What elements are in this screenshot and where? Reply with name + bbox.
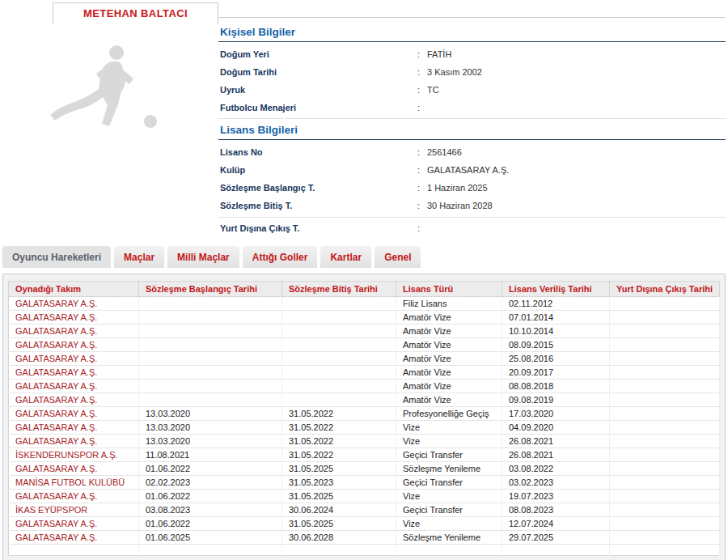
table-cell: 26.08.2021: [502, 448, 610, 462]
table-cell: 31.05.2022: [282, 435, 396, 448]
table-row: GALATASARAY A.Ş.13.03.202031.05.2022Vize…: [9, 435, 720, 448]
table-cell: [139, 352, 282, 366]
personal-info-rows: Doğum Yeri:FATİHDoğum Tarihi:3 Kasım 200…: [218, 42, 726, 119]
team-link[interactable]: GALATASARAY A.Ş.: [9, 393, 139, 407]
table-cell: [139, 297, 282, 311]
table-cell: 26.08.2021: [502, 435, 610, 448]
table-cell: 13.03.2020: [139, 435, 282, 448]
team-link[interactable]: GALATASARAY A.Ş.: [9, 297, 139, 311]
team-link[interactable]: GALATASARAY A.Ş.: [9, 490, 139, 503]
table-row: GALATASARAY A.Ş.01.06.202231.05.2025Sözl…: [9, 462, 720, 476]
info-value: GALATASARAY A.Ş.: [427, 165, 509, 175]
team-link[interactable]: GALATASARAY A.Ş.: [9, 338, 139, 352]
tab-maclar[interactable]: Maçlar: [114, 246, 164, 268]
table-cell: [139, 325, 282, 338]
player-photo-placeholder: [38, 40, 184, 139]
table-cell: 04.09.2020: [502, 421, 610, 435]
tab-oyuncu-hareketleri[interactable]: Oyuncu Hareketleri: [2, 246, 111, 268]
table-cell: Amatör Vize: [396, 380, 502, 393]
table-row: GALATASARAY A.Ş.01.06.202231.05.2025Vize…: [9, 517, 720, 531]
table-row: İKAS EYÜPSPOR03.08.202330.06.2024Geçici …: [9, 503, 720, 517]
team-link[interactable]: GALATASARAY A.Ş.: [9, 407, 139, 421]
team-link[interactable]: GALATASARAY A.Ş.: [9, 311, 139, 325]
table-cell: [139, 393, 282, 407]
table-cell: [282, 338, 396, 352]
info-colon: :: [417, 103, 427, 112]
team-link[interactable]: GALATASARAY A.Ş.: [9, 352, 139, 366]
table-cell: [610, 366, 720, 380]
info-colon: :: [417, 183, 427, 193]
team-link[interactable]: İSKENDERUNSPOR A.Ş.: [9, 448, 139, 462]
column-header: Lisans Türü: [396, 282, 502, 297]
team-link[interactable]: GALATASARAY A.Ş.: [9, 531, 139, 545]
tab-genel[interactable]: Genel: [375, 246, 421, 268]
team-link[interactable]: GALATASARAY A.Ş.: [9, 366, 139, 380]
info-value: 1 Haziran 2025: [427, 183, 488, 193]
info-row: Lisans No:2561466: [218, 143, 726, 161]
table-cell: [610, 531, 720, 545]
table-cell: [610, 490, 720, 503]
table-cell: [282, 366, 396, 380]
table-cell: [282, 393, 396, 407]
info-label: Doğum Yeri: [218, 49, 417, 59]
table-row: GALATASARAY A.Ş.Amatör Vize10.10.2014: [9, 325, 720, 338]
table-cell: [139, 366, 282, 380]
table-cell: [610, 325, 720, 338]
table-cell: [502, 545, 610, 556]
info-value: FATİH: [427, 49, 451, 59]
table-row: GALATASARAY A.Ş.01.06.202231.05.2025Vize…: [9, 490, 720, 503]
table-cell: [610, 448, 720, 462]
table-cell: [610, 421, 720, 435]
info-label: Futbolcu Menajeri: [218, 103, 417, 112]
table-cell: [610, 545, 720, 556]
table-cell: [610, 311, 720, 325]
table-cell: [282, 297, 396, 311]
table-cell: Profesyonelliğe Geçiş: [396, 407, 502, 421]
team-link[interactable]: GALATASARAY A.Ş.: [9, 435, 139, 448]
profile-right-column: Kişisel Bilgiler Doğum Yeri:FATİHDoğum T…: [218, 17, 726, 239]
table-cell: [610, 476, 720, 490]
table-row: İSKENDERUNSPOR A.Ş.11.08.202131.05.2022G…: [9, 448, 720, 462]
table-row: GALATASARAY A.Ş.Amatör Vize08.08.2018: [9, 380, 720, 393]
table-cell: [282, 325, 396, 338]
team-link[interactable]: GALATASARAY A.Ş.: [9, 325, 139, 338]
info-row: Doğum Tarihi:3 Kasım 2002: [218, 63, 726, 81]
table-cell: 08.08.2023: [502, 503, 610, 517]
team-link[interactable]: GALATASARAY A.Ş.: [9, 462, 139, 476]
table-cell: 17.03.2020: [502, 407, 610, 421]
table-cell: 09.08.2019: [502, 393, 610, 407]
table-cell: [282, 311, 396, 325]
info-label: Uyruk: [218, 85, 417, 95]
table-cell: Vize: [396, 490, 502, 503]
table-cell: 12.07.2024: [502, 517, 610, 531]
tab-attigi-goller[interactable]: Attığı Goller: [243, 246, 318, 268]
info-row: Kulüp:GALATASARAY A.Ş.: [218, 161, 726, 179]
table-cell: Geçici Transfer: [396, 503, 502, 517]
table-row: GALATASARAY A.Ş.Amatör Vize09.08.2019: [9, 393, 720, 407]
table-row: GALATASARAY A.Ş.13.03.202031.05.2022Vize…: [9, 421, 720, 435]
table-cell: [610, 517, 720, 531]
team-link[interactable]: GALATASARAY A.Ş.: [9, 380, 139, 393]
team-link[interactable]: GALATASARAY A.Ş.: [9, 421, 139, 435]
info-value: 2561466: [427, 147, 462, 157]
table-cell: Geçici Transfer: [396, 448, 502, 462]
player-silhouette-icon: [38, 40, 176, 138]
table-row: MANİSA FUTBOL KULÜBÜ02.02.202331.05.2023…: [9, 476, 720, 490]
info-label: Sözleşme Bitiş T.: [218, 201, 417, 210]
table-cell: 10.10.2014: [502, 325, 610, 338]
tab-milli-maclar[interactable]: Milli Maçlar: [167, 246, 239, 268]
team-link[interactable]: MANİSA FUTBOL KULÜBÜ: [9, 476, 139, 490]
table-row: GALATASARAY A.Ş.Filiz Lisans02.11.2012: [9, 297, 720, 311]
table-cell: Vize: [396, 517, 502, 531]
table-cell: 03.08.2023: [139, 503, 282, 517]
column-header: Lisans Veriliş Tarihi: [502, 282, 610, 297]
team-link[interactable]: İKAS EYÜPSPOR: [9, 503, 139, 517]
tab-bar: Oyuncu HareketleriMaçlarMilli MaçlarAttı…: [2, 246, 728, 268]
table-cell: [610, 352, 720, 366]
tab-kartlar[interactable]: Kartlar: [320, 246, 371, 268]
team-link[interactable]: GALATASARAY A.Ş.: [9, 517, 139, 531]
info-colon: :: [417, 49, 427, 59]
info-colon: :: [417, 165, 427, 175]
info-colon: :: [417, 67, 427, 77]
info-row: Doğum Yeri:FATİH: [218, 45, 726, 63]
